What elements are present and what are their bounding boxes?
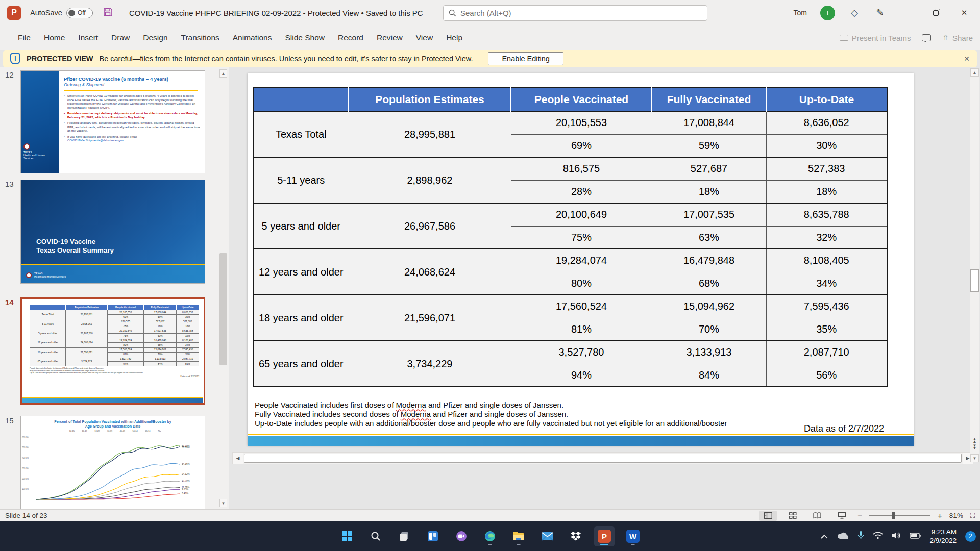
tab-draw[interactable]: Draw — [105, 29, 136, 46]
zoom-slider[interactable] — [869, 515, 930, 516]
tab-transitions[interactable]: Transitions — [175, 29, 226, 46]
footnote-line: Up-to-Date includes people with an addit… — [255, 419, 727, 428]
horizontal-scrollbar[interactable]: ◀ ▶ — [232, 452, 973, 464]
zoom-out-button[interactable]: − — [857, 511, 862, 520]
zoom-slider-thumb[interactable] — [892, 512, 895, 519]
widgets-button[interactable] — [423, 526, 443, 546]
tab-help[interactable]: Help — [439, 29, 469, 46]
task-view-button[interactable] — [394, 526, 414, 546]
table-row-group: 12 years and older24,068,62419,284,07416… — [30, 338, 199, 347]
onedrive-icon[interactable] — [837, 532, 849, 541]
notification-badge[interactable]: 2 — [965, 531, 976, 542]
table-cell: 2,898,962 — [66, 319, 108, 329]
table-cell: 28% — [108, 324, 144, 329]
restore-button[interactable] — [928, 5, 943, 20]
table-cell: 20,105,553 — [511, 111, 652, 134]
panel-scroll-up-icon[interactable]: ▲ — [219, 69, 227, 78]
close-button[interactable]: ✕ — [957, 5, 972, 20]
table-cell: 8,635,788 — [766, 203, 887, 226]
save-icon[interactable] — [103, 7, 113, 19]
tab-view[interactable]: View — [409, 29, 439, 46]
coming-soon-gem-icon[interactable]: ◇ — [848, 7, 861, 18]
tab-record[interactable]: Record — [331, 29, 370, 46]
taskbar-clock[interactable]: 9:23 AM 2/9/2022 — [929, 528, 957, 545]
user-name[interactable]: Tom — [794, 9, 807, 17]
start-button[interactable] — [337, 526, 357, 546]
slide-sorter-view-button[interactable] — [784, 511, 801, 521]
battery-icon[interactable] — [910, 532, 921, 541]
zoom-percentage[interactable]: 81% — [949, 512, 963, 519]
tray-expand-chevron-icon[interactable] — [821, 532, 828, 541]
slide-canvas[interactable]: Population EstimatesPeople VaccinatedFul… — [248, 73, 914, 446]
teams-chat-button[interactable] — [451, 526, 472, 546]
tab-insert[interactable]: Insert — [71, 29, 105, 46]
scroll-left-icon[interactable]: ◀ — [233, 453, 243, 464]
thumbnail-slide-12[interactable]: TEXASHealth and HumanServices Pfizer COV… — [20, 70, 205, 173]
slide14-mini-notes: People Vaccinated includes first doses o… — [30, 367, 199, 374]
table-cell: 2,087,710 — [177, 357, 199, 361]
slide-number-12: 12 — [5, 70, 14, 79]
speaker-icon[interactable] — [892, 532, 901, 541]
tab-file[interactable]: File — [11, 29, 37, 46]
comments-icon[interactable] — [922, 34, 931, 41]
scroll-up-icon[interactable]: ▲ — [970, 68, 979, 77]
column-header: Fully Vaccinated — [652, 88, 766, 111]
thumbnail-slide-14-selected[interactable]: Population EstimatesPeople VaccinatedFul… — [20, 297, 205, 405]
panel-scroll-thumb[interactable] — [219, 253, 227, 365]
horizontal-scroll-thumb[interactable] — [244, 454, 962, 463]
search-box[interactable] — [443, 5, 707, 21]
mail-button[interactable] — [537, 526, 557, 546]
ribbon-tabs: FileHomeInsertDrawDesignTransitionsAnima… — [11, 29, 469, 46]
panel-scrollbar[interactable]: ▲ ▼ — [219, 69, 227, 507]
file-explorer-button[interactable] — [508, 526, 529, 546]
vertical-scroll-thumb[interactable] — [970, 269, 979, 292]
minimize-button[interactable]: — — [899, 5, 915, 20]
editor-pen-icon[interactable]: ✎ — [874, 7, 886, 18]
wifi-icon[interactable] — [873, 532, 883, 541]
table-cell: 3,133,913 — [652, 341, 766, 364]
previous-slide-button[interactable]: ▲▲ — [973, 438, 977, 443]
autosave-toggle[interactable]: Off — [66, 8, 93, 18]
normal-view-button[interactable] — [760, 511, 777, 521]
table-cell: 24,068,624 — [66, 338, 108, 347]
fit-slide-to-window-icon[interactable]: ⛶ — [970, 512, 975, 520]
search-input[interactable] — [460, 9, 685, 17]
enable-editing-button[interactable]: Enable Editing — [488, 52, 564, 65]
microphone-icon[interactable] — [857, 531, 864, 542]
dropbox-button[interactable] — [566, 526, 586, 546]
tab-slide-show[interactable]: Slide Show — [278, 29, 331, 46]
slideshow-view-button[interactable] — [833, 511, 850, 521]
banner-close-icon[interactable]: ✕ — [964, 55, 970, 63]
data-as-of: Data as of 2/7/2022 — [804, 423, 884, 434]
chat-camera-icon — [456, 531, 467, 542]
taskbar-search-button[interactable] — [365, 526, 386, 546]
present-in-teams-button[interactable]: Present in Teams — [840, 34, 911, 42]
share-button[interactable]: ⇧ Share — [942, 33, 973, 42]
tab-design[interactable]: Design — [136, 29, 174, 46]
user-avatar[interactable]: T — [820, 6, 835, 20]
svg-text:50.0%: 50.0% — [22, 446, 29, 449]
next-slide-button[interactable]: ▼▼ — [973, 444, 977, 449]
powerpoint-app-icon: P — [7, 6, 21, 20]
scroll-down-icon[interactable]: ▼ — [970, 454, 979, 462]
edge-browser-button[interactable] — [480, 526, 500, 546]
tab-review[interactable]: Review — [370, 29, 409, 46]
slide12-side-band: TEXASHealth and HumanServices — [21, 71, 59, 173]
tab-animations[interactable]: Animations — [226, 29, 279, 46]
thumbnail-slide-13[interactable]: COVID-19 Vaccine Texas Overall Summary T… — [20, 180, 205, 284]
powerpoint-taskbar-button[interactable]: P — [594, 526, 615, 546]
tab-home[interactable]: Home — [37, 29, 71, 46]
slide-footnotes: People Vaccinated includes first doses o… — [255, 400, 727, 428]
table-cell: 17,007,535 — [652, 203, 766, 226]
protected-view-message[interactable]: Be careful—files from the Internet can c… — [100, 55, 473, 63]
table-cell: 18 years and older — [253, 295, 349, 341]
vertical-scrollbar[interactable]: ▲ ▼ — [970, 68, 979, 462]
table-cell: 18% — [652, 180, 766, 203]
thumbnail-slide-15[interactable]: Percent of Total Population Vaccinated w… — [20, 416, 205, 509]
column-header: People Vaccinated — [108, 305, 144, 310]
reading-view-button[interactable] — [808, 511, 826, 521]
table-cell: 17,560,524 — [108, 347, 144, 352]
word-taskbar-button[interactable]: W — [623, 526, 643, 546]
panel-scroll-down-icon[interactable]: ▼ — [219, 499, 227, 507]
zoom-in-button[interactable]: + — [938, 511, 942, 520]
